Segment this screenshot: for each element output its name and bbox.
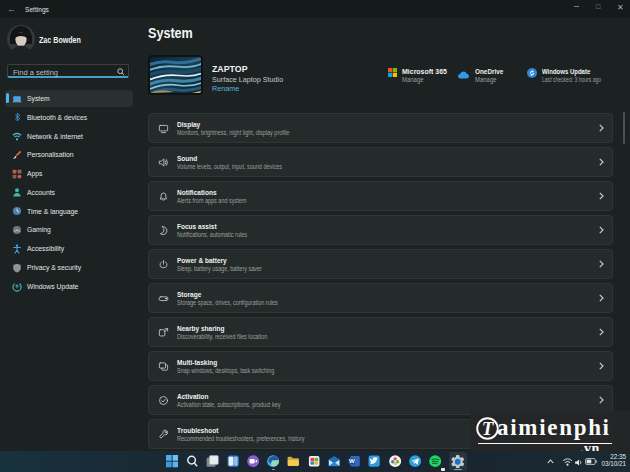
svg-text:W: W: [349, 458, 355, 464]
svg-text:T: T: [482, 418, 495, 439]
